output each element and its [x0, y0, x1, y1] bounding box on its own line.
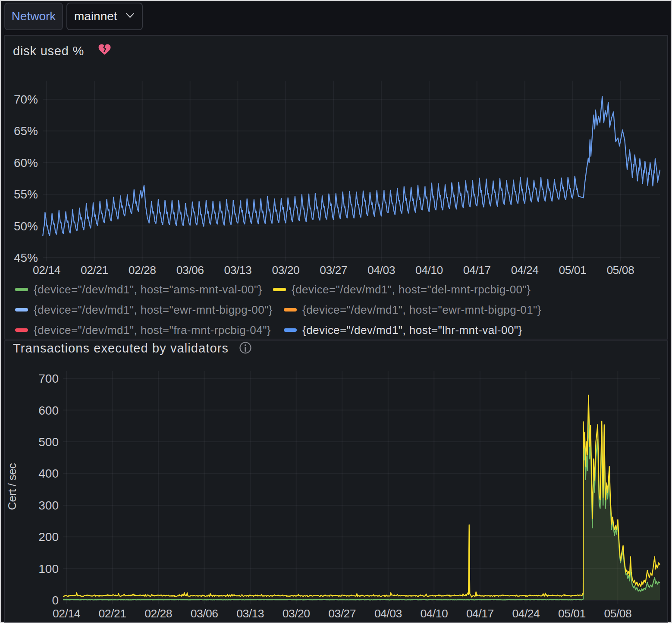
svg-text:500: 500	[38, 435, 59, 449]
svg-text:03/20: 03/20	[272, 264, 299, 277]
svg-text:04/10: 04/10	[420, 607, 448, 620]
svg-text:{device="/dev/md1", host="fra-: {device="/dev/md1", host="fra-mnt-rpcbig…	[34, 324, 271, 337]
svg-text:04/24: 04/24	[511, 264, 539, 277]
svg-text:0: 0	[52, 594, 59, 607]
svg-text:05/08: 05/08	[606, 264, 634, 277]
svg-text:{device="/dev/md1", host="del-: {device="/dev/md1", host="del-mnt-rpcbig…	[292, 283, 531, 296]
svg-text:05/01: 05/01	[558, 607, 586, 620]
svg-text:03/13: 03/13	[224, 264, 251, 277]
svg-text:04/10: 04/10	[415, 264, 443, 277]
svg-text:200: 200	[38, 530, 59, 544]
svg-text:50%: 50%	[14, 220, 38, 233]
svg-text:05/08: 05/08	[604, 607, 631, 620]
svg-text:03/27: 03/27	[328, 607, 356, 620]
svg-text:02/14: 02/14	[33, 264, 60, 277]
svg-text:03/13: 03/13	[236, 607, 264, 620]
svg-text:Network: Network	[12, 9, 57, 23]
svg-text:{device="/dev/md1", host="lhr-: {device="/dev/md1", host="lhr-mnt-val-00…	[302, 324, 522, 337]
svg-text:04/03: 04/03	[367, 264, 395, 277]
svg-text:45%: 45%	[14, 251, 38, 264]
svg-text:65%: 65%	[14, 124, 38, 138]
svg-text:60%: 60%	[14, 156, 38, 170]
svg-text:600: 600	[38, 404, 59, 417]
svg-text:03/06: 03/06	[191, 607, 218, 620]
svg-text:100: 100	[38, 562, 59, 576]
svg-text:04/17: 04/17	[466, 607, 494, 620]
svg-text:{device="/dev/md1", host="ewr-: {device="/dev/md1", host="ewr-mnt-bigpg-…	[34, 303, 273, 316]
svg-text:02/28: 02/28	[144, 607, 172, 620]
svg-text:300: 300	[38, 499, 59, 512]
svg-text:Transactions executed by valid: Transactions executed by validators	[13, 341, 229, 355]
svg-text:400: 400	[38, 467, 59, 480]
svg-text:02/21: 02/21	[81, 264, 108, 277]
svg-text:05/01: 05/01	[559, 264, 586, 277]
svg-text:{device="/dev/md1", host="ams-: {device="/dev/md1", host="ams-mnt-val-00…	[34, 283, 262, 296]
svg-text:55%: 55%	[14, 188, 38, 201]
svg-text:disk used %: disk used %	[13, 44, 84, 58]
svg-text:02/14: 02/14	[53, 607, 80, 620]
svg-text:04/24: 04/24	[512, 607, 540, 620]
svg-text:Cert / sec: Cert / sec	[6, 463, 19, 510]
svg-text:04/17: 04/17	[463, 264, 491, 277]
svg-text:{device="/dev/md1", host="ewr-: {device="/dev/md1", host="ewr-mnt-bigpg-…	[302, 303, 541, 316]
svg-text:04/03: 04/03	[374, 607, 402, 620]
svg-text:03/27: 03/27	[320, 264, 347, 277]
svg-text:03/20: 03/20	[283, 607, 310, 620]
svg-text:03/06: 03/06	[176, 264, 204, 277]
svg-text:mainnet: mainnet	[74, 9, 117, 23]
svg-text:02/21: 02/21	[99, 607, 126, 620]
svg-text:700: 700	[38, 372, 59, 385]
svg-text:02/28: 02/28	[129, 264, 156, 277]
svg-text:70%: 70%	[14, 93, 38, 106]
